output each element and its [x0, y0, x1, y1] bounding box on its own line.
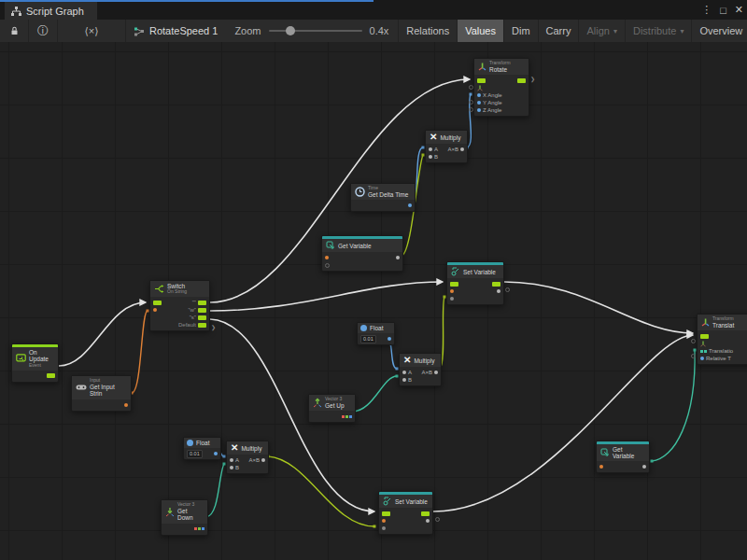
flow-out-port[interactable]: [421, 511, 430, 516]
name-port[interactable]: [450, 289, 454, 293]
empty-port-ring: [691, 339, 696, 343]
node-switch-on-string[interactable]: SwitchOn String "" "w" "s" Default: [149, 280, 210, 331]
graph-canvas[interactable]: [0, 42, 747, 560]
node-get-down[interactable]: Vector 3Get Down: [161, 499, 208, 536]
flow-out-port[interactable]: [47, 373, 55, 378]
output-port[interactable]: [460, 147, 464, 151]
toggle-dim[interactable]: Dim: [503, 20, 538, 42]
window-close-icon[interactable]: ✕: [735, 4, 743, 16]
code-preview-button[interactable]: ⟨×⟩: [58, 20, 126, 42]
fallback-port[interactable]: [325, 263, 330, 268]
flow-in-port[interactable]: [450, 282, 458, 287]
case-w-port[interactable]: [198, 308, 206, 313]
node-multiply-bottom[interactable]: ✕ Multiply AA×B B: [226, 441, 269, 474]
node-title: Get Input Strin: [90, 384, 127, 398]
case-s-port[interactable]: [198, 315, 206, 320]
graph-breadcrumb[interactable]: RotateSpeed 1: [126, 20, 225, 42]
float-value-field[interactable]: 0.01: [360, 335, 376, 343]
align-dropdown[interactable]: Align▾: [578, 20, 624, 42]
script-graph-window: Script Graph ⋮ □ ✕ ⓘ ⟨×⟩ RotateSpeed 1: [0, 0, 747, 560]
node-multiply-top[interactable]: ✕ Multiply AA×B B: [425, 130, 468, 163]
toggle-relations[interactable]: Relations: [398, 20, 457, 42]
input-b-port[interactable]: [230, 466, 233, 469]
multiply-icon: ✕: [403, 356, 411, 365]
flow-in-port[interactable]: [700, 334, 709, 339]
name-port[interactable]: [382, 519, 386, 523]
output-port[interactable]: [124, 403, 128, 407]
zoom-slider-knob[interactable]: [286, 26, 295, 35]
unconnected-port-icon: ❯: [211, 325, 216, 330]
overview-button[interactable]: Overview: [691, 20, 747, 42]
selector-port[interactable]: [153, 308, 157, 312]
toggle-values[interactable]: Values: [457, 20, 503, 42]
zoom-slider[interactable]: [269, 30, 362, 32]
empty-port-ring: [691, 354, 696, 358]
empty-port-ring: [505, 287, 510, 292]
unconnected-port-icon: ❯: [530, 77, 535, 82]
self-transform-port[interactable]: [477, 85, 483, 91]
output-port[interactable]: [388, 337, 391, 341]
y-angle-port[interactable]: [477, 101, 481, 105]
node-rotate[interactable]: TransformRotate X Angle Y Angle Z Angle: [473, 58, 529, 117]
node-multiply-mid[interactable]: ✕ Multiply AA×B B: [399, 353, 442, 386]
input-a-port[interactable]: [230, 458, 233, 462]
node-get-variable-right[interactable]: Get Variable: [596, 441, 650, 473]
node-on-update[interactable]: On UpdateEvent: [11, 343, 59, 383]
toggle-carry[interactable]: Carry: [538, 20, 579, 42]
node-get-variable-top[interactable]: Get Variable: [321, 235, 403, 272]
tab-script-graph[interactable]: Script Graph: [5, 2, 97, 20]
output-port[interactable]: [497, 289, 500, 293]
window-menu-icon[interactable]: ⋮: [701, 4, 712, 16]
output-port[interactable]: [642, 465, 646, 469]
self-transform-port[interactable]: [700, 341, 706, 347]
input-b-port[interactable]: [429, 155, 432, 159]
node-title: Get Down: [177, 508, 204, 522]
flow-out-port[interactable]: [517, 78, 526, 83]
graph-toolbar: ⓘ ⟨×⟩ RotateSpeed 1 Zoom 0.4x Relations …: [0, 20, 747, 43]
clock-icon: [355, 187, 365, 197]
node-get-input-string[interactable]: InputGet Input Strin: [71, 375, 132, 412]
node-set-variable-bottom[interactable]: Set Variable: [378, 491, 433, 535]
node-translate[interactable]: TransformTranslat Translatio Relative T: [697, 314, 747, 365]
output-port[interactable]: [396, 256, 400, 259]
node-set-variable-mid[interactable]: Set Variable: [446, 261, 504, 305]
flow-in-port[interactable]: [477, 78, 486, 83]
flow-out-port[interactable]: [492, 282, 500, 287]
gamepad-icon: [76, 384, 87, 391]
input-b-port[interactable]: [402, 378, 406, 382]
z-angle-port[interactable]: [477, 108, 481, 112]
value-port[interactable]: [382, 526, 386, 530]
vector3-output-port[interactable]: [342, 415, 352, 418]
variable-icon: [451, 267, 460, 276]
node-title: Get Variable: [338, 243, 372, 249]
output-port[interactable]: [214, 452, 218, 455]
output-port[interactable]: [408, 203, 412, 207]
case-empty-port[interactable]: [198, 301, 206, 305]
float-value-field[interactable]: 0.01: [187, 450, 203, 458]
window-maximize-icon[interactable]: □: [720, 5, 726, 16]
output-port[interactable]: [261, 458, 265, 462]
node-title: Get Up: [325, 402, 345, 409]
input-a-port[interactable]: [429, 147, 432, 151]
output-port[interactable]: [426, 519, 430, 523]
translation-port[interactable]: [700, 350, 707, 353]
input-a-port[interactable]: [402, 371, 406, 374]
name-port[interactable]: [325, 256, 329, 259]
inspector-button[interactable]: ⓘ: [29, 20, 58, 42]
node-get-delta-time[interactable]: TimeGet Delta Time: [350, 183, 416, 212]
x-angle-port[interactable]: [477, 93, 481, 97]
node-get-up[interactable]: Vector 3Get Up: [308, 394, 356, 423]
flow-in-port[interactable]: [153, 301, 162, 305]
flow-in-port[interactable]: [382, 511, 390, 516]
value-port[interactable]: [450, 297, 454, 301]
node-title: Translat: [712, 322, 734, 329]
node-float-bottom[interactable]: Float 0.01: [183, 437, 221, 460]
name-port[interactable]: [599, 465, 603, 469]
lock-button[interactable]: [0, 20, 29, 42]
vector3-output-port[interactable]: [194, 527, 204, 530]
node-float-mid[interactable]: Float 0.01: [357, 322, 395, 345]
relative-to-port[interactable]: [700, 357, 704, 360]
default-port[interactable]: [198, 323, 206, 328]
distribute-dropdown[interactable]: Distribute▾: [625, 20, 691, 42]
output-port[interactable]: [434, 371, 438, 374]
